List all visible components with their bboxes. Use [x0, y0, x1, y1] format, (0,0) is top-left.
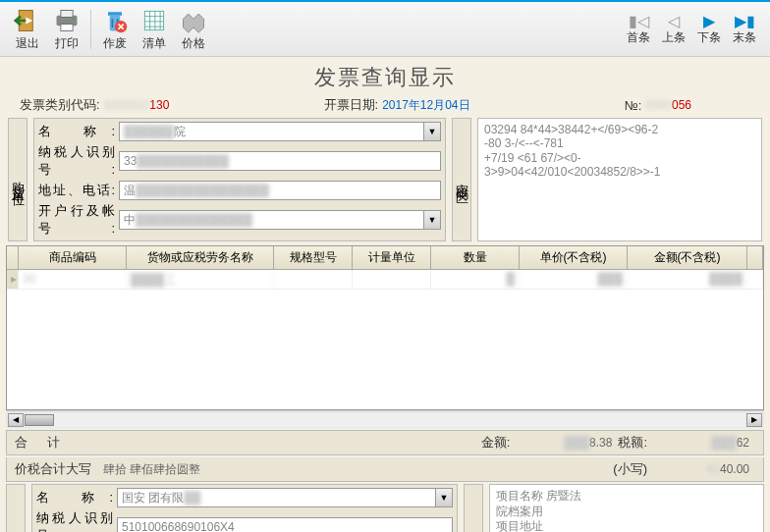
scroll-right-button[interactable]: ▶ [746, 413, 762, 427]
void-button[interactable]: 作废 [95, 5, 135, 54]
next-label: 下条 [697, 29, 721, 46]
row-indicator: ▸ [7, 270, 19, 289]
buyer-addr-input[interactable]: 温████████████████ [119, 181, 441, 200]
main-toolbar: 退出 打印 作废 清单 价格 ▮◁ 首条 ◁ 上条 ▶ 下条 ▶▮ 末条 [0, 2, 770, 57]
amount-label: 金额: [481, 434, 511, 452]
last-record-button[interactable]: ▶▮ 末条 [727, 10, 762, 48]
daxie-label: 价税合计大写 [15, 460, 103, 478]
first-icon: ▮◁ [628, 12, 649, 29]
toolbar-separator [90, 10, 91, 49]
first-record-button[interactable]: ▮◁ 首条 [621, 10, 656, 48]
col-name[interactable]: 货物或应税劳务名称 [127, 246, 274, 269]
void-icon [101, 7, 129, 34]
invoice-no-hidden: 0000 [645, 98, 672, 112]
buyer-tax-label: 纳税人识别号 [38, 143, 119, 179]
exit-label: 退出 [16, 35, 39, 52]
col-price[interactable]: 单价(不含税) [520, 246, 628, 269]
cell-qty[interactable]: █ [431, 270, 520, 289]
first-label: 首条 [627, 29, 650, 46]
col-amount[interactable]: 金额(不含税) [628, 246, 747, 269]
prev-icon: ◁ [663, 12, 685, 29]
seller-section-label: 销货单位 [6, 484, 26, 532]
buyer-tax-input[interactable]: 33███████████ [119, 151, 441, 171]
type-code-value-hidden: 5000002 [104, 98, 150, 112]
print-button[interactable]: 打印 [47, 5, 86, 54]
cell-spec[interactable] [274, 270, 353, 289]
buyer-name-label: 名 称 [38, 123, 119, 140]
col-spec[interactable]: 规格型号 [274, 246, 353, 269]
buyer-bank-dropdown[interactable]: ▼ [423, 210, 441, 230]
cipher-box: 03294 84*44>38442+</69><96-2 -80 3-/<--<… [477, 118, 762, 241]
grid-hscroll[interactable]: ◀ ▶ [6, 410, 764, 428]
cipher-line: 3>9>04<42/010<20034852/8>>-1 [484, 165, 755, 179]
seller-fields: 名 称 国安 团有限██▼ 纳税人识别号 510100668690106X4 地… [31, 484, 458, 532]
col-more [747, 246, 763, 269]
col-code[interactable]: 商品编码 [19, 246, 127, 269]
invoice-no-label: №: [625, 98, 642, 113]
list-button[interactable]: 清单 [135, 5, 174, 54]
xiaoxie-label: (小写) [613, 460, 647, 478]
list-label: 清单 [142, 35, 166, 52]
print-label: 打印 [55, 35, 79, 52]
buyer-name-input[interactable]: ██████院 [119, 122, 423, 141]
price-icon [180, 7, 207, 34]
buyer-fields: 名 称 ██████院▼ 纳税人识别号 33███████████ 地址、电话 … [33, 118, 446, 241]
buyer-bank-input[interactable]: 中██████████████ [119, 210, 423, 230]
seller-panel: 销货单位 名 称 国安 团有限██▼ 纳税人识别号 51010066869010… [6, 484, 764, 532]
seller-tax-label: 纳税人识别号 [36, 509, 117, 532]
invoice-no-value: 056 [672, 98, 691, 112]
remarks-section-label: 备注 [464, 484, 483, 532]
type-code-label: 发票类别代码: [20, 96, 100, 114]
cell-amount[interactable]: ████ [628, 270, 747, 289]
next-record-button[interactable]: ▶ 下条 [691, 10, 727, 48]
issue-date-value: 2017年12月04日 [382, 97, 469, 114]
seller-name-input[interactable]: 国安 团有限██ [117, 488, 435, 507]
exit-button[interactable]: 退出 [8, 5, 47, 54]
page-title: 发票查询显示 [0, 57, 770, 94]
totals-row: 合 计 金额: ███8.38 税额: ███62 [6, 430, 764, 455]
cipher-line: 03294 84*44>38442+</69><96-2 [484, 123, 755, 136]
next-icon: ▶ [698, 12, 720, 29]
void-label: 作废 [103, 35, 127, 52]
buyer-section-label: 购货单位 [8, 118, 28, 241]
cell-name[interactable]: ████工 [127, 270, 274, 289]
remarks-box: 项目名称 房暨法 院档案用 项目地址 [489, 484, 764, 532]
daxie-row: 价税合计大写 肆拾 肆佰肆拾圆整 (小写) 4240.00 [6, 457, 764, 482]
daxie-value: 肆拾 肆佰肆拾圆整 [103, 461, 200, 478]
scroll-left-button[interactable]: ◀ [8, 413, 24, 427]
svg-rect-6 [144, 11, 163, 29]
remarks-line: 项目名称 房暨法 [496, 489, 757, 505]
last-label: 末条 [733, 29, 756, 46]
cipher-line: -80 3-/<--<-781 [484, 136, 755, 150]
header-row: 发票类别代码: 5000002 130 开票日期: 2017年12月04日 №:… [0, 94, 770, 116]
svg-rect-2 [61, 10, 73, 17]
seller-name-dropdown[interactable]: ▼ [435, 488, 453, 507]
buyer-name-dropdown[interactable]: ▼ [423, 122, 441, 141]
col-unit[interactable]: 计量单位 [353, 246, 431, 269]
cell-code[interactable]: 30 [19, 270, 127, 289]
type-code-value: 130 [149, 98, 169, 112]
printer-icon [53, 7, 81, 34]
last-icon: ▶▮ [734, 12, 755, 29]
remarks-line: 项目地址 [496, 519, 757, 532]
cell-price[interactable]: ███ [520, 270, 628, 289]
seller-name-label: 名 称 [36, 489, 117, 506]
list-icon [140, 7, 168, 34]
scroll-track[interactable] [25, 413, 745, 427]
xiaoxie-value: 4240.00 [647, 462, 755, 476]
heji-label: 合 计 [15, 434, 68, 452]
buyer-panel: 购货单位 名 称 ██████院▼ 纳税人识别号 33███████████ 地… [8, 118, 762, 241]
prev-label: 上条 [662, 29, 686, 46]
remarks-content[interactable]: 项目名称 房暨法 院档案用 项目地址 [490, 485, 763, 532]
grid-body[interactable]: ▸ 30 ████工 █ ███ ████ [7, 270, 763, 409]
scroll-thumb[interactable] [25, 414, 54, 426]
col-qty[interactable]: 数量 [431, 246, 520, 269]
buyer-bank-label: 开户行及帐号 [38, 202, 119, 238]
cell-unit[interactable] [353, 270, 431, 289]
prev-record-button[interactable]: ◁ 上条 [656, 10, 691, 48]
seller-tax-input[interactable]: 510100668690106X4 [117, 517, 453, 532]
tax-label: 税额: [618, 434, 647, 452]
grid-header: 商品编码 货物或应税劳务名称 规格型号 计量单位 数量 单价(不含税) 金额(不… [7, 246, 763, 270]
price-button[interactable]: 价格 [174, 5, 213, 54]
table-row[interactable]: ▸ 30 ████工 █ ███ ████ [7, 270, 763, 290]
